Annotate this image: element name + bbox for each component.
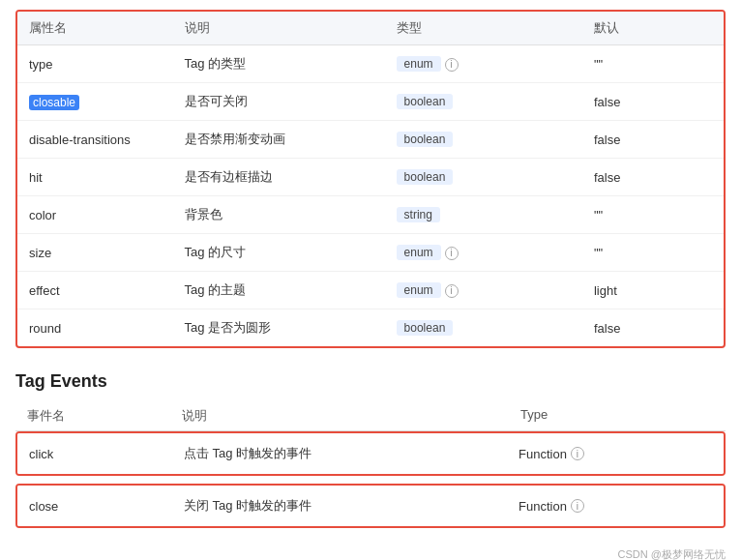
- attr-desc-cell: Tag 的尺寸: [173, 234, 385, 272]
- event-type: Functioni: [519, 499, 712, 514]
- attr-table-row: closable是否可关闭booleanfalse: [17, 83, 724, 121]
- events-title: Tag Events: [15, 371, 726, 392]
- info-icon[interactable]: i: [445, 247, 459, 260]
- type-badge: enum: [397, 282, 441, 298]
- attr-default-cell: false: [582, 309, 724, 347]
- attr-name-cell: hit: [17, 159, 173, 196]
- attr-name-cell: color: [17, 196, 173, 234]
- attr-name-cell: type: [17, 45, 173, 83]
- attr-name-highlighted: closable: [29, 95, 79, 110]
- attr-table-wrapper: 属性名 说明 类型 默认 typeTag 的类型enumi""closable是…: [15, 10, 726, 348]
- attr-name-cell: size: [17, 234, 173, 272]
- event-type: Functioni: [519, 447, 712, 461]
- footer-text: CSDN @极梦网络无忧: [618, 548, 726, 560]
- attr-table-row: disable-transitions是否禁用渐变动画booleanfalse: [17, 121, 724, 159]
- attr-type-cell: enumi: [385, 45, 582, 83]
- attr-default-cell: "": [582, 196, 724, 234]
- attr-desc-cell: 是否有边框描边: [173, 159, 385, 196]
- attr-desc-cell: Tag 是否为圆形: [173, 309, 385, 347]
- attr-desc-cell: Tag 的主题: [173, 272, 385, 309]
- event-row: close关闭 Tag 时触发的事件Functioni: [17, 486, 724, 526]
- attr-type-cell: boolean: [385, 159, 582, 196]
- type-badge: string: [397, 207, 440, 222]
- attr-table-row: hit是否有边框描边booleanfalse: [17, 159, 724, 196]
- events-header-row: 事件名 说明 Type: [15, 401, 726, 431]
- info-icon[interactable]: i: [571, 499, 584, 513]
- col-header-desc: 说明: [173, 12, 385, 45]
- type-badge: boolean: [397, 132, 454, 147]
- attr-table-row: color背景色string"": [17, 196, 724, 234]
- attr-type-cell: string: [385, 196, 582, 234]
- attr-name-cell: disable-transitions: [17, 121, 173, 159]
- type-badge: boolean: [397, 320, 454, 336]
- attr-desc-cell: Tag 的类型: [173, 45, 385, 83]
- events-section: Tag Events 事件名 说明 Type click点击 Tag 时触发的事…: [15, 371, 726, 528]
- event-desc: 点击 Tag 时触发的事件: [184, 445, 519, 462]
- info-icon[interactable]: i: [445, 58, 459, 72]
- event-name: close: [29, 499, 184, 514]
- attr-default-cell: false: [582, 159, 724, 196]
- attr-default-cell: "": [582, 45, 724, 83]
- type-badge: enum: [397, 245, 441, 260]
- attr-name-cell: effect: [17, 272, 173, 309]
- event-name: click: [29, 447, 184, 461]
- type-badge: enum: [397, 56, 441, 72]
- type-badge: boolean: [397, 94, 454, 109]
- attr-default-cell: light: [582, 272, 724, 309]
- event-row-wrapper: close关闭 Tag 时触发的事件Functioni: [15, 484, 726, 528]
- attr-type-cell: enumi: [385, 272, 582, 309]
- attr-table-row: typeTag 的类型enumi"": [17, 45, 724, 83]
- attr-table-row: roundTag 是否为圆形booleanfalse: [17, 309, 724, 347]
- attr-type-cell: boolean: [385, 83, 582, 121]
- info-icon[interactable]: i: [571, 447, 584, 460]
- col-header-type: 类型: [385, 12, 582, 45]
- attr-table-row: effectTag 的主题enumilight: [17, 272, 724, 309]
- col-header-default: 默认: [582, 12, 724, 45]
- footer: CSDN @极梦网络无忧: [15, 547, 726, 560]
- attr-default-cell: "": [582, 234, 724, 272]
- event-row-wrapper: click点击 Tag 时触发的事件Functioni: [15, 431, 726, 476]
- attr-default-cell: false: [582, 83, 724, 121]
- attr-table: 属性名 说明 类型 默认 typeTag 的类型enumi""closable是…: [17, 12, 724, 346]
- col-header-name: 属性名: [17, 12, 173, 45]
- attr-type-cell: boolean: [385, 309, 582, 347]
- attr-desc-cell: 是否禁用渐变动画: [173, 121, 385, 159]
- events-col-name: 事件名: [27, 407, 182, 425]
- info-icon[interactable]: i: [445, 284, 459, 298]
- attr-type-cell: enumi: [385, 234, 582, 272]
- event-row: click点击 Tag 时触发的事件Functioni: [17, 433, 724, 474]
- attr-name-cell: round: [17, 309, 173, 347]
- attr-type-cell: boolean: [385, 121, 582, 159]
- type-badge: boolean: [397, 169, 454, 185]
- events-col-desc: 说明: [182, 407, 520, 425]
- attr-name-cell: closable: [17, 83, 173, 121]
- attr-desc-cell: 背景色: [173, 196, 385, 234]
- attr-table-row: sizeTag 的尺寸enumi"": [17, 234, 724, 272]
- attr-desc-cell: 是否可关闭: [173, 83, 385, 121]
- attr-default-cell: false: [582, 121, 724, 159]
- events-col-type: Type: [520, 407, 714, 425]
- event-desc: 关闭 Tag 时触发的事件: [184, 497, 519, 515]
